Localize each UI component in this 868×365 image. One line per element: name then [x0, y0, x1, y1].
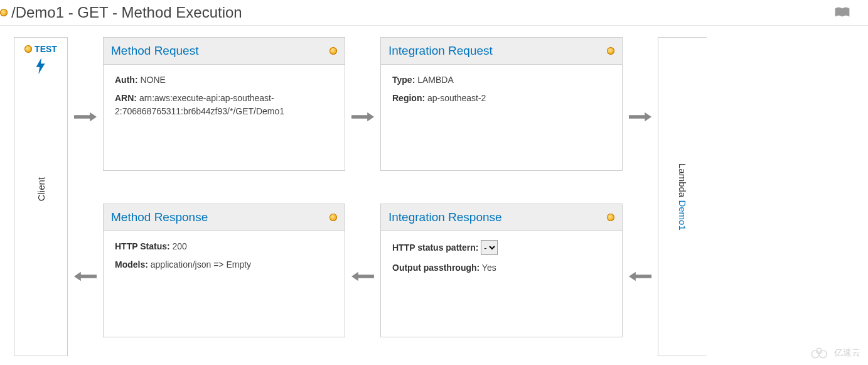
models-label: Models:	[115, 259, 148, 270]
http-status-value: 200	[173, 241, 187, 251]
arn-label: ARN:	[115, 93, 137, 103]
passthrough-value: Yes	[482, 263, 496, 273]
integration-request-link[interactable]: Integration Request	[388, 44, 493, 58]
client-label: Client	[36, 177, 46, 201]
type-value: LAMBDA	[417, 75, 454, 85]
info-icon[interactable]	[330, 214, 337, 221]
arrow-left-icon	[345, 271, 380, 282]
page-title: /Demo1 - GET - Method Execution	[11, 4, 242, 21]
arrow-column	[68, 37, 103, 356]
integration-column: Integration Request Type: LAMBDA Region:…	[380, 37, 623, 365]
method-request-card: Method Request Auth: NONE ARN: arn:aws:e…	[103, 37, 345, 171]
execution-canvas: TEST Client Method Request Auth: NONE AR…	[0, 26, 868, 365]
integration-response-link[interactable]: Integration Response	[388, 210, 502, 224]
method-response-card: Method Response HTTP Status: 200 Models:…	[103, 204, 345, 337]
backend-label: Lambda Demo1	[677, 163, 688, 231]
lightning-icon[interactable]	[35, 58, 47, 77]
type-label: Type:	[392, 75, 415, 85]
bullet-icon	[0, 9, 8, 16]
models-value: application/json => Empty	[151, 259, 251, 270]
region-label: Region:	[392, 93, 425, 103]
test-label: TEST	[35, 44, 57, 54]
region-value: ap-southeast-2	[427, 93, 486, 103]
arrow-right-icon	[345, 111, 380, 123]
status-pattern-select[interactable]: -	[481, 240, 498, 255]
arrow-column	[623, 37, 658, 356]
arrow-left-icon	[68, 271, 103, 282]
integration-request-card: Integration Request Type: LAMBDA Region:…	[380, 37, 623, 171]
bullet-icon	[24, 45, 32, 53]
info-icon[interactable]	[607, 47, 614, 55]
test-button[interactable]: TEST	[24, 44, 57, 54]
docs-icon[interactable]	[834, 6, 850, 19]
arrow-column	[345, 37, 380, 356]
integration-response-card: Integration Response HTTP status pattern…	[380, 204, 623, 337]
method-column: Method Request Auth: NONE ARN: arn:aws:e…	[103, 37, 345, 365]
info-icon[interactable]	[607, 214, 614, 221]
method-response-link[interactable]: Method Response	[111, 210, 208, 224]
backend-tile: Lambda Demo1	[658, 37, 707, 356]
arrow-right-icon	[68, 111, 103, 123]
header: /Demo1 - GET - Method Execution	[0, 0, 868, 26]
info-icon[interactable]	[330, 47, 337, 55]
method-request-link[interactable]: Method Request	[111, 44, 198, 58]
lambda-link[interactable]: Demo1	[677, 200, 688, 230]
status-pattern-label: HTTP status pattern:	[392, 242, 478, 253]
auth-label: Auth:	[115, 75, 138, 85]
auth-value: NONE	[140, 75, 165, 85]
client-tile: TEST Client	[14, 37, 68, 356]
arrow-left-icon	[623, 271, 658, 282]
arrow-right-icon	[623, 111, 658, 123]
passthrough-label: Output passthrough:	[392, 263, 480, 273]
arn-value: arn:aws:execute-api:ap-southeast-2:70686…	[115, 93, 284, 116]
http-status-label: HTTP Status:	[115, 241, 170, 251]
